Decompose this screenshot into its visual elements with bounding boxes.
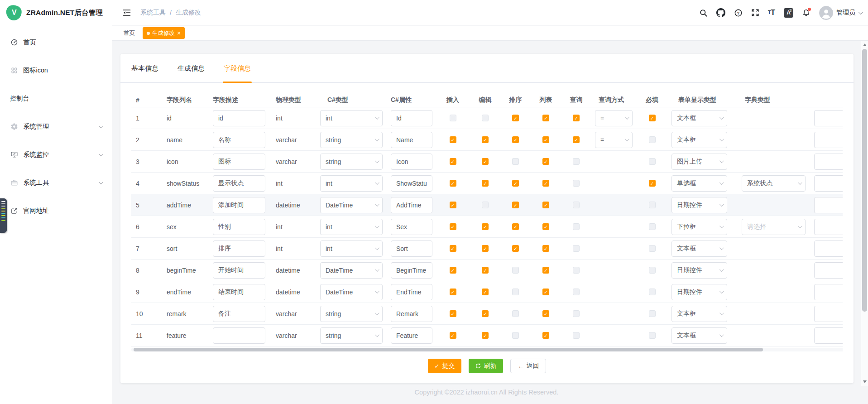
extra-input[interactable] bbox=[814, 175, 843, 192]
tag-home[interactable]: 首页 bbox=[124, 29, 135, 37]
cs-attribute-input[interactable] bbox=[391, 175, 432, 192]
display-type-select[interactable]: 日期控件 bbox=[671, 262, 727, 279]
translate-icon[interactable]: A文 bbox=[784, 8, 793, 18]
back-button[interactable]: ← 返回 bbox=[510, 359, 546, 373]
query-checkbox[interactable] bbox=[573, 289, 580, 295]
edit-checkbox[interactable] bbox=[482, 115, 489, 121]
cs-type-select[interactable]: int bbox=[320, 219, 383, 235]
description-input[interactable] bbox=[213, 110, 265, 126]
edit-checkbox[interactable]: ✓ bbox=[482, 310, 489, 317]
required-checkbox[interactable] bbox=[649, 267, 656, 274]
description-input[interactable] bbox=[213, 306, 265, 322]
app-logo[interactable]: V ZRAdmin.NET后台管理 bbox=[0, 0, 112, 25]
edit-checkbox[interactable]: ✓ bbox=[482, 289, 489, 295]
tab-field-info[interactable]: 字段信息 bbox=[224, 64, 251, 82]
sort-checkbox[interactable]: ✓ bbox=[512, 223, 519, 230]
edit-checkbox[interactable]: ✓ bbox=[482, 136, 489, 143]
edit-checkbox[interactable]: ✓ bbox=[482, 223, 489, 230]
search-icon[interactable] bbox=[699, 9, 708, 17]
extra-input[interactable] bbox=[814, 327, 843, 344]
help-icon[interactable]: ? bbox=[734, 9, 743, 17]
edit-checkbox[interactable]: ✓ bbox=[482, 267, 489, 274]
display-type-select[interactable]: 日期控件 bbox=[671, 284, 727, 300]
vertical-scrollbar-thumb[interactable] bbox=[862, 49, 867, 312]
github-icon[interactable] bbox=[716, 8, 725, 17]
edit-checkbox[interactable]: ✓ bbox=[482, 245, 489, 252]
required-checkbox[interactable] bbox=[649, 332, 656, 339]
cs-attribute-input[interactable] bbox=[391, 262, 432, 279]
cs-attribute-input[interactable] bbox=[391, 219, 432, 235]
list-checkbox[interactable]: ✓ bbox=[542, 310, 549, 317]
cs-attribute-input[interactable] bbox=[391, 306, 432, 322]
insert-checkbox[interactable]: ✓ bbox=[450, 202, 456, 208]
sidebar-fold-button[interactable] bbox=[122, 8, 131, 17]
insert-checkbox[interactable]: ✓ bbox=[450, 245, 456, 252]
query-checkbox[interactable] bbox=[573, 267, 580, 274]
sidebar-item-system-tools[interactable]: 系统工具 bbox=[0, 168, 112, 197]
required-checkbox[interactable] bbox=[649, 223, 656, 230]
sidebar-item-system-monitor[interactable]: 系统监控 bbox=[0, 140, 112, 168]
edit-checkbox[interactable]: ✓ bbox=[482, 332, 489, 339]
sort-checkbox[interactable]: ✓ bbox=[512, 245, 519, 252]
list-checkbox[interactable]: ✓ bbox=[542, 223, 549, 230]
display-type-select[interactable]: 文本框 bbox=[671, 110, 727, 126]
required-checkbox[interactable] bbox=[649, 245, 656, 252]
list-checkbox[interactable]: ✓ bbox=[542, 267, 549, 274]
required-checkbox[interactable] bbox=[649, 289, 656, 295]
vertical-scrollbar[interactable] bbox=[861, 41, 868, 386]
description-input[interactable] bbox=[213, 132, 265, 148]
insert-checkbox[interactable]: ✓ bbox=[450, 332, 456, 339]
list-checkbox[interactable]: ✓ bbox=[542, 115, 549, 121]
sidebar-item-official-site[interactable]: 官网地址 bbox=[0, 197, 112, 225]
query-checkbox[interactable] bbox=[573, 332, 580, 339]
required-checkbox[interactable]: ✓ bbox=[649, 115, 656, 121]
cs-type-select[interactable]: string bbox=[320, 154, 383, 170]
description-input[interactable] bbox=[213, 219, 265, 235]
query-checkbox[interactable] bbox=[573, 245, 580, 252]
cs-attribute-input[interactable] bbox=[391, 132, 432, 148]
sidebar-item-system-mgmt[interactable]: 系统管理 bbox=[0, 112, 112, 140]
display-type-select[interactable]: 下拉框 bbox=[671, 219, 727, 235]
cs-type-select[interactable]: DateTime bbox=[320, 284, 383, 300]
description-input[interactable] bbox=[213, 175, 265, 192]
cs-attribute-input[interactable] bbox=[391, 110, 432, 126]
tab-basic-info[interactable]: 基本信息 bbox=[131, 64, 158, 82]
display-type-select[interactable]: 图片上传 bbox=[671, 154, 727, 170]
sort-checkbox[interactable] bbox=[512, 267, 519, 274]
display-type-select[interactable]: 文本框 bbox=[671, 327, 727, 344]
edit-checkbox[interactable] bbox=[482, 202, 489, 208]
notification-bell-icon[interactable] bbox=[802, 9, 810, 17]
description-input[interactable] bbox=[213, 240, 265, 257]
insert-checkbox[interactable]: ✓ bbox=[450, 267, 456, 274]
query-checkbox[interactable] bbox=[573, 202, 580, 208]
list-checkbox[interactable]: ✓ bbox=[542, 202, 549, 208]
sidebar-item-icons[interactable]: 图标icon bbox=[0, 56, 112, 84]
required-checkbox[interactable] bbox=[649, 158, 656, 165]
list-checkbox[interactable]: ✓ bbox=[542, 245, 549, 252]
cs-attribute-input[interactable] bbox=[391, 327, 432, 344]
extra-input[interactable] bbox=[814, 197, 843, 213]
horizontal-scrollbar[interactable] bbox=[131, 348, 843, 351]
display-type-select[interactable]: 日期控件 bbox=[671, 197, 727, 213]
cs-type-select[interactable]: DateTime bbox=[320, 262, 383, 279]
sort-checkbox[interactable] bbox=[512, 332, 519, 339]
extra-input[interactable] bbox=[814, 154, 843, 170]
cs-attribute-input[interactable] bbox=[391, 154, 432, 170]
extra-input[interactable] bbox=[814, 240, 843, 257]
extra-input[interactable] bbox=[814, 110, 843, 126]
required-checkbox[interactable] bbox=[649, 310, 656, 317]
tab-generate-info[interactable]: 生成信息 bbox=[177, 64, 205, 82]
list-checkbox[interactable]: ✓ bbox=[542, 289, 549, 295]
sidebar-item-console[interactable]: 控制台 bbox=[0, 84, 112, 112]
insert-checkbox[interactable]: ✓ bbox=[450, 223, 456, 230]
required-checkbox[interactable] bbox=[649, 202, 656, 208]
extra-input[interactable] bbox=[814, 132, 843, 148]
cs-attribute-input[interactable] bbox=[391, 197, 432, 213]
query-checkbox[interactable] bbox=[573, 158, 580, 165]
sort-checkbox[interactable] bbox=[512, 289, 519, 295]
scroll-down-arrow[interactable] bbox=[863, 380, 867, 383]
display-type-select[interactable]: 文本框 bbox=[671, 306, 727, 322]
sidebar-item-home[interactable]: 首页 bbox=[0, 28, 112, 56]
cs-type-select[interactable]: int bbox=[320, 110, 383, 126]
query-mode-select[interactable]: = bbox=[595, 110, 633, 126]
